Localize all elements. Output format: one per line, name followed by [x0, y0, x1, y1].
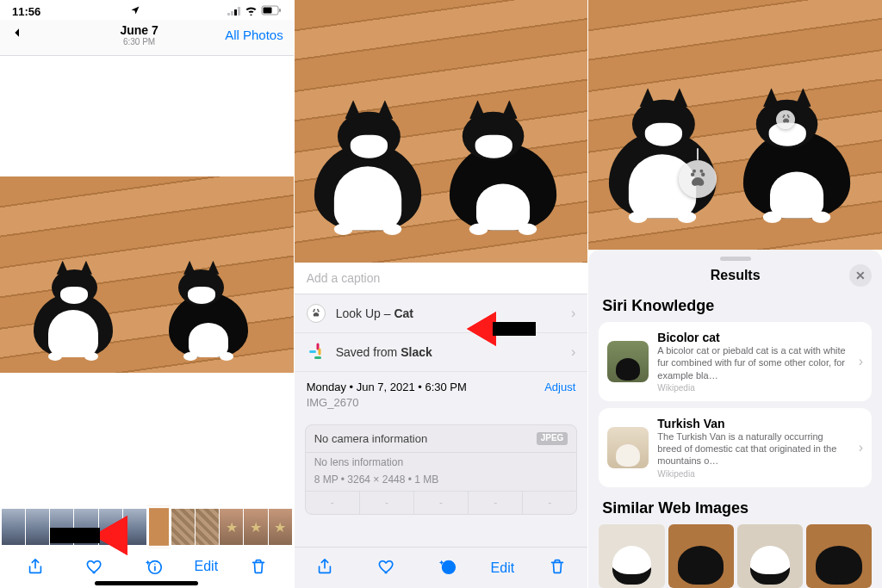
knowledge-title: Bicolor cat: [657, 331, 849, 344]
photo-info-screen: Add a caption Look Up – Cat › Saved from…: [295, 0, 589, 588]
results-title: Results: [711, 268, 761, 283]
share-button[interactable]: [306, 557, 344, 579]
info-button-active[interactable]: [429, 557, 467, 579]
photos-detail-screen: 11:56 June 7 6:30 PM All Photos: [0, 0, 295, 588]
thumbnail-strip[interactable]: [0, 509, 294, 545]
tutorial-arrow-2: [467, 312, 536, 350]
wifi-icon: [245, 5, 258, 18]
photo-datetime: Monday • Jun 7, 2021 • 6:30 PM: [307, 381, 467, 393]
knowledge-desc: A bicolor cat or piebald cat is a cat wi…: [657, 344, 849, 381]
photo-specs: 8 MP • 3264 × 2448 • 1 MB: [306, 472, 577, 491]
lookup-subject: Cat: [394, 306, 413, 320]
home-indicator[interactable]: [95, 581, 198, 585]
back-button[interactable]: [10, 24, 53, 46]
web-image[interactable]: [806, 524, 872, 588]
chevron-icon: ›: [571, 344, 575, 360]
web-image[interactable]: [668, 524, 734, 588]
knowledge-card[interactable]: Bicolor cat A bicolor cat or piebald cat…: [599, 322, 872, 401]
knowledge-source: Wikipedia: [657, 383, 849, 393]
filename: IMG_2670: [307, 396, 576, 409]
delete-button[interactable]: [538, 557, 576, 579]
adjust-button[interactable]: Adjust: [544, 381, 575, 393]
close-button[interactable]: ✕: [849, 264, 872, 287]
format-badge: JPEG: [537, 432, 568, 445]
svg-rect-12: [493, 322, 536, 336]
similar-images-grid[interactable]: [588, 524, 882, 588]
main-photo[interactable]: [0, 176, 294, 373]
visual-lookup-results-screen: Results ✕ Siri Knowledge Bicolor cat A b…: [588, 0, 882, 588]
location-icon: [130, 5, 140, 18]
knowledge-title: Turkish Van: [657, 417, 849, 430]
main-photo[interactable]: [588, 0, 882, 250]
status-time: 11:56: [12, 5, 40, 18]
nav-date: June 7: [53, 23, 225, 37]
no-camera-label: No camera information: [314, 432, 428, 445]
saved-from-row[interactable]: Saved from Slack ›: [295, 333, 588, 372]
lookup-prefix: Look Up –: [336, 306, 394, 320]
svg-marker-11: [467, 312, 496, 346]
chevron-icon: ›: [571, 306, 575, 321]
status-bar: 11:56: [0, 0, 294, 20]
all-photos-link[interactable]: All Photos: [225, 28, 283, 42]
delete-button[interactable]: [239, 549, 277, 584]
slack-icon: [307, 343, 326, 362]
edit-button[interactable]: Edit: [491, 560, 515, 576]
svg-rect-2: [227, 13, 230, 15]
chevron-icon: ›: [859, 440, 863, 455]
current-thumbnail[interactable]: [147, 506, 171, 548]
cellular-icon: [227, 5, 241, 18]
no-lens-label: No lens information: [306, 453, 577, 472]
knowledge-source: Wikipedia: [657, 469, 849, 479]
nav-time: 6:30 PM: [53, 37, 225, 46]
chevron-icon: ›: [859, 354, 863, 369]
svg-rect-7: [263, 8, 271, 14]
similar-images-heading: Similar Web Images: [588, 494, 882, 524]
caption-field[interactable]: Add a caption: [295, 263, 588, 294]
share-button[interactable]: [16, 549, 54, 584]
web-image[interactable]: [599, 524, 664, 588]
sheet-grabber[interactable]: [720, 257, 751, 261]
svg-rect-5: [238, 7, 240, 15]
results-sheet: Results ✕ Siri Knowledge Bicolor cat A b…: [588, 250, 882, 588]
edit-button[interactable]: Edit: [195, 549, 219, 584]
nav-bar: June 7 6:30 PM All Photos: [0, 20, 294, 56]
knowledge-card[interactable]: Turkish Van The Turkish Van is a natural…: [599, 408, 872, 487]
tutorial-arrow-1: [50, 516, 127, 559]
web-image[interactable]: [737, 524, 803, 588]
main-photo[interactable]: [295, 0, 588, 263]
info-button[interactable]: [135, 549, 173, 584]
bottom-toolbar: Edit: [0, 545, 294, 588]
svg-rect-10: [50, 528, 100, 543]
favorite-button[interactable]: [368, 557, 406, 579]
battery-icon: [261, 5, 282, 18]
bottom-toolbar: Edit: [295, 547, 588, 588]
knowledge-desc: The Turkish Van is a naturally occurring…: [657, 430, 849, 467]
saved-prefix: Saved from: [336, 345, 401, 359]
saved-source: Slack: [401, 345, 432, 359]
knowledge-thumbnail: [607, 341, 649, 382]
svg-rect-4: [234, 9, 237, 15]
paw-icon: [307, 304, 326, 323]
siri-knowledge-heading: Siri Knowledge: [588, 292, 882, 322]
svg-rect-8: [279, 9, 281, 12]
knowledge-thumbnail: [607, 427, 649, 468]
svg-rect-3: [231, 11, 233, 15]
visual-lookup-row[interactable]: Look Up – Cat ›: [295, 294, 588, 333]
camera-info-card: No camera information JPEG No lens infor…: [305, 424, 578, 515]
